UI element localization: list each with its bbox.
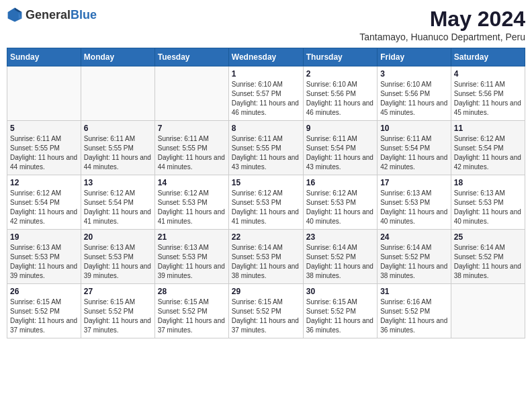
day-number: 7	[158, 124, 226, 133]
day-info: Sunrise: 6:14 AM Sunset: 5:52 PM Dayligh…	[380, 243, 448, 281]
day-info: Sunrise: 6:11 AM Sunset: 5:54 PM Dayligh…	[380, 134, 448, 172]
calendar-cell: 14Sunrise: 6:12 AM Sunset: 5:53 PM Dayli…	[154, 175, 228, 230]
day-number: 5	[10, 124, 78, 133]
calendar-cell: 7Sunrise: 6:11 AM Sunset: 5:55 PM Daylig…	[154, 121, 228, 175]
day-number: 28	[158, 287, 226, 296]
logo-blue: Blue	[71, 8, 97, 21]
day-number: 4	[454, 69, 522, 79]
day-number: 24	[380, 232, 448, 242]
header-saturday: Saturday	[451, 48, 525, 66]
day-number: 8	[232, 124, 300, 133]
day-info: Sunrise: 6:16 AM Sunset: 5:52 PM Dayligh…	[380, 298, 448, 335]
calendar-cell	[81, 66, 154, 121]
calendar-cell: 24Sunrise: 6:14 AM Sunset: 5:52 PM Dayli…	[378, 230, 451, 284]
calendar-cell: 18Sunrise: 6:13 AM Sunset: 5:53 PM Dayli…	[451, 175, 525, 230]
calendar-cell: 5Sunrise: 6:11 AM Sunset: 5:55 PM Daylig…	[7, 121, 81, 175]
day-number: 22	[232, 232, 300, 242]
day-number: 9	[306, 124, 374, 133]
day-number: 1	[232, 69, 300, 79]
day-info: Sunrise: 6:12 AM Sunset: 5:54 PM Dayligh…	[454, 134, 522, 172]
calendar-cell: 4Sunrise: 6:11 AM Sunset: 5:56 PM Daylig…	[451, 66, 525, 121]
calendar-cell: 6Sunrise: 6:11 AM Sunset: 5:55 PM Daylig…	[81, 121, 154, 175]
day-info: Sunrise: 6:14 AM Sunset: 5:52 PM Dayligh…	[454, 243, 522, 281]
day-number: 12	[10, 178, 78, 187]
calendar-cell: 17Sunrise: 6:13 AM Sunset: 5:53 PM Dayli…	[378, 175, 451, 230]
calendar-cell: 2Sunrise: 6:10 AM Sunset: 5:56 PM Daylig…	[303, 66, 377, 121]
header-wednesday: Wednesday	[228, 48, 303, 66]
calendar-cell: 28Sunrise: 6:15 AM Sunset: 5:52 PM Dayli…	[154, 284, 228, 338]
day-info: Sunrise: 6:12 AM Sunset: 5:53 PM Dayligh…	[306, 189, 374, 226]
calendar-cell: 9Sunrise: 6:11 AM Sunset: 5:54 PM Daylig…	[303, 121, 377, 175]
day-number: 30	[306, 287, 374, 296]
day-info: Sunrise: 6:10 AM Sunset: 5:57 PM Dayligh…	[232, 80, 300, 118]
logo-text: GeneralBlue	[26, 8, 97, 22]
day-number: 20	[84, 232, 152, 242]
calendar-cell: 19Sunrise: 6:13 AM Sunset: 5:53 PM Dayli…	[7, 230, 81, 284]
header-sunday: Sunday	[7, 48, 81, 66]
day-info: Sunrise: 6:13 AM Sunset: 5:53 PM Dayligh…	[10, 243, 78, 281]
day-info: Sunrise: 6:15 AM Sunset: 5:52 PM Dayligh…	[232, 298, 300, 335]
calendar-cell: 27Sunrise: 6:15 AM Sunset: 5:52 PM Dayli…	[81, 284, 154, 338]
header-tuesday: Tuesday	[154, 48, 228, 66]
day-info: Sunrise: 6:11 AM Sunset: 5:55 PM Dayligh…	[232, 134, 300, 172]
header-friday: Friday	[378, 48, 451, 66]
week-row-2: 5Sunrise: 6:11 AM Sunset: 5:55 PM Daylig…	[7, 121, 525, 175]
day-number: 15	[232, 178, 300, 187]
day-number: 3	[380, 69, 448, 79]
day-number: 17	[380, 178, 448, 187]
day-number: 27	[84, 287, 152, 296]
day-number: 6	[84, 124, 152, 133]
week-row-4: 19Sunrise: 6:13 AM Sunset: 5:53 PM Dayli…	[7, 230, 525, 284]
calendar-cell: 29Sunrise: 6:15 AM Sunset: 5:52 PM Dayli…	[228, 284, 303, 338]
logo-icon	[7, 7, 23, 23]
day-info: Sunrise: 6:11 AM Sunset: 5:55 PM Dayligh…	[84, 134, 152, 172]
calendar-table: Sunday Monday Tuesday Wednesday Thursday…	[7, 48, 525, 338]
day-info: Sunrise: 6:13 AM Sunset: 5:53 PM Dayligh…	[380, 189, 448, 226]
day-info: Sunrise: 6:12 AM Sunset: 5:53 PM Dayligh…	[232, 189, 300, 226]
day-info: Sunrise: 6:12 AM Sunset: 5:54 PM Dayligh…	[10, 189, 78, 226]
week-row-3: 12Sunrise: 6:12 AM Sunset: 5:54 PM Dayli…	[7, 175, 525, 230]
day-info: Sunrise: 6:12 AM Sunset: 5:53 PM Dayligh…	[158, 189, 226, 226]
day-number: 16	[306, 178, 374, 187]
day-info: Sunrise: 6:10 AM Sunset: 5:56 PM Dayligh…	[380, 80, 448, 118]
day-number: 21	[158, 232, 226, 242]
calendar-cell: 1Sunrise: 6:10 AM Sunset: 5:57 PM Daylig…	[228, 66, 303, 121]
header-monday: Monday	[81, 48, 154, 66]
calendar-cell: 10Sunrise: 6:11 AM Sunset: 5:54 PM Dayli…	[378, 121, 451, 175]
title-area: May 2024 Tantamayo, Huanuco Department, …	[359, 7, 525, 42]
subtitle: Tantamayo, Huanuco Department, Peru	[359, 32, 525, 42]
day-info: Sunrise: 6:15 AM Sunset: 5:52 PM Dayligh…	[10, 298, 78, 335]
calendar-cell: 26Sunrise: 6:15 AM Sunset: 5:52 PM Dayli…	[7, 284, 81, 338]
day-info: Sunrise: 6:15 AM Sunset: 5:52 PM Dayligh…	[84, 298, 152, 335]
calendar-cell: 3Sunrise: 6:10 AM Sunset: 5:56 PM Daylig…	[378, 66, 451, 121]
day-number: 29	[232, 287, 300, 296]
day-number: 14	[158, 178, 226, 187]
day-info: Sunrise: 6:14 AM Sunset: 5:52 PM Dayligh…	[306, 243, 374, 281]
day-number: 11	[454, 124, 522, 133]
day-info: Sunrise: 6:15 AM Sunset: 5:52 PM Dayligh…	[158, 298, 226, 335]
day-info: Sunrise: 6:10 AM Sunset: 5:56 PM Dayligh…	[306, 80, 374, 118]
day-info: Sunrise: 6:11 AM Sunset: 5:55 PM Dayligh…	[10, 134, 78, 172]
calendar-cell	[7, 66, 81, 121]
day-number: 23	[306, 232, 374, 242]
day-info: Sunrise: 6:11 AM Sunset: 5:55 PM Dayligh…	[158, 134, 226, 172]
day-info: Sunrise: 6:12 AM Sunset: 5:54 PM Dayligh…	[84, 189, 152, 226]
day-number: 25	[454, 232, 522, 242]
day-number: 18	[454, 178, 522, 187]
day-info: Sunrise: 6:14 AM Sunset: 5:53 PM Dayligh…	[232, 243, 300, 281]
day-number: 10	[380, 124, 448, 133]
day-info: Sunrise: 6:13 AM Sunset: 5:53 PM Dayligh…	[84, 243, 152, 281]
week-row-1: 1Sunrise: 6:10 AM Sunset: 5:57 PM Daylig…	[7, 66, 525, 121]
day-info: Sunrise: 6:11 AM Sunset: 5:54 PM Dayligh…	[306, 134, 374, 172]
calendar-cell: 12Sunrise: 6:12 AM Sunset: 5:54 PM Dayli…	[7, 175, 81, 230]
week-row-5: 26Sunrise: 6:15 AM Sunset: 5:52 PM Dayli…	[7, 284, 525, 338]
calendar-cell: 21Sunrise: 6:13 AM Sunset: 5:53 PM Dayli…	[154, 230, 228, 284]
calendar-cell: 23Sunrise: 6:14 AM Sunset: 5:52 PM Dayli…	[303, 230, 377, 284]
calendar-header-row: Sunday Monday Tuesday Wednesday Thursday…	[7, 48, 525, 66]
calendar-cell: 20Sunrise: 6:13 AM Sunset: 5:53 PM Dayli…	[81, 230, 154, 284]
calendar-cell: 22Sunrise: 6:14 AM Sunset: 5:53 PM Dayli…	[228, 230, 303, 284]
day-info: Sunrise: 6:11 AM Sunset: 5:56 PM Dayligh…	[454, 80, 522, 118]
logo-general: General	[26, 8, 71, 21]
calendar-cell: 25Sunrise: 6:14 AM Sunset: 5:52 PM Dayli…	[451, 230, 525, 284]
calendar-cell: 30Sunrise: 6:15 AM Sunset: 5:52 PM Dayli…	[303, 284, 377, 338]
